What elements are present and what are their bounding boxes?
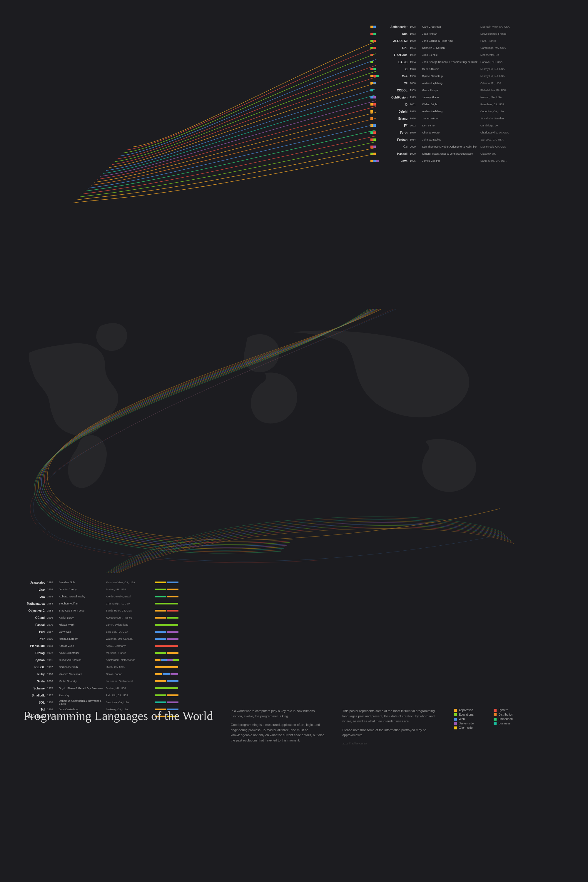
desc-right-p1: This poster represents some of the most … [342,708,436,724]
lang-row-bottom: Scheme1975Guy L. Steele & Gerald Jay Sus… [18,685,224,692]
legend-label: Distribution [498,713,513,716]
legend-color-square [494,709,496,712]
page-container: Actionscript1998Gary GrossmanMountain Vi… [0,0,588,882]
lang-row-top: BASIC1964John George Kemeny & Thomas Eug… [370,59,570,65]
lang-row-bottom: Perl1987Larry WallBlue Bell, PA, USA [18,628,224,635]
lang-row-top: APL1964Kenneth E. IversonCambridge, MA, … [370,45,570,51]
desc-left-p1: In a world where computers play a key ro… [231,708,325,719]
legend-color-square [494,722,496,725]
lang-row-top: AutoCode1952Alick GlennieManchester, UK [370,52,570,58]
legend-item: Web [454,717,488,721]
legend-label: Application [459,708,473,712]
legend-label: Web [459,717,465,721]
lang-row-top: ALGOL 601960John Backus & Peter NaurPari… [370,38,570,44]
lang-row-top: Forth1970Charles MooreCharlottesville, V… [370,129,570,136]
world-map [0,309,588,573]
lang-row-bottom: Ruby1993Yukihiro MatsumotoOsaka, Japan [18,671,224,677]
legend-label: Embedded [498,717,513,721]
lang-row-bottom: Lisp1958John McCarthyBoston, MA, USA [18,586,224,593]
legend-grid: ApplicationSystemEducationalDistribution… [454,708,527,729]
legend-item: Client-side [454,726,488,729]
copyright: 2012 © Julian Canak [342,741,436,746]
desc-right-p2: Please note that some of the information… [342,728,436,738]
lang-row-top: Fortran1954John W. BackusSan Jose, CA, U… [370,136,570,143]
lang-row-top: ColdFusion1995Jeremy AllaireNewton, MA, … [370,94,570,100]
lang-row-top: F#2002Don SymeCambridge, UK [370,122,570,129]
lang-row-top: Delphi1995Anders HejlsbergCupertino, CA,… [370,108,570,115]
lang-row-bottom: OCaml1996Xavier LeroyRocquencourt, Franc… [18,615,224,621]
page-title: Programming Languages of the World [24,708,213,723]
legend-color-square [454,709,457,712]
lang-row-top: Java1995James GoslingSanta Clara, CA, US… [370,158,570,164]
lang-row-bottom: Pascal1970Niklaus WirthZurich, Switzerla… [18,621,224,628]
legend-color-square [454,722,457,725]
lang-row-top: C++1980Bjarne StroustrupMurray Hill, NJ,… [370,73,570,80]
legend-label: System [498,708,508,712]
legend-item: Educational [454,713,488,716]
legend-item: Distribution [494,713,527,716]
legend-item: Embedded [494,717,527,721]
lang-row-top: Erlang1986Joe ArmstrongStockholm, Sweden [370,115,570,122]
lang-row-bottom: Scala2003Martin OderskyLausanne, Switzer… [18,678,224,684]
legend-label: Server-side [459,722,474,725]
top-section: Actionscript1998Gary GrossmanMountain Vi… [0,0,588,309]
lang-row-top: Haskell1990Simon Peyton Jones & Lennart … [370,150,570,157]
lang-row-bottom: Prolog1972Alain ColmerauerMarseille, Fra… [18,650,224,656]
legend-item: Business [494,722,527,725]
legend-label: Business [498,722,510,725]
legend-color-square [454,726,457,729]
legend-item: Server-side [454,722,488,725]
lang-row-top: Actionscript1998Gary GrossmanMountain Vi… [370,24,570,30]
lang-row-bottom: Python1991Guido van RossumAmsterdam, Net… [18,657,224,663]
legend-color-square [454,713,457,716]
map-section [0,309,588,573]
description-left: In a world where computers play a key ro… [231,708,325,743]
lang-row-top: Ada1983Jean IchbiahLouveciennes, France [370,31,570,37]
main-title: Programming Languages of the World [24,708,213,723]
legend-color-square [494,718,496,721]
lang-row-bottom: Lua1993Roberto IerusalimschyRio de Janei… [18,593,224,600]
lang-row-bottom: Mathematica1988Stephen WolframChampaign,… [18,600,224,607]
legend-color-square [494,713,496,716]
legend-label: Educational [459,713,474,716]
lang-row-top: D2001Walter BrightPasadena, CA, USA [370,101,570,108]
bottom-section: Javascript1995Brendan EichMountain View,… [0,573,588,691]
legend-item: System [494,708,527,712]
legend-label: Client-side [459,726,472,729]
lang-row-bottom: REBOL1997Carl SassenrathUkiah, CA, USA [18,664,224,670]
lang-row-bottom: Javascript1995Brendan EichMountain View,… [18,579,224,586]
legend-color-square [454,718,457,721]
legend-item: Application [454,708,488,712]
lang-row-top: COBOL1959Grace HopperPhiladelphia, PA, U… [370,87,570,93]
lang-row-top: Go2009Ken Thompson, Robert Griesemer & R… [370,144,570,150]
description-right: This poster represents some of the most … [342,708,436,746]
legend-section: ApplicationSystemEducationalDistribution… [454,708,527,729]
lang-row-top: C1973Dennis RitchieMurray Hill, NJ, USA [370,66,570,72]
lang-row-top: C#2000Anders HejlsbergOrlando, FL, USA [370,80,570,86]
lang-row-bottom: Objective-C1983Brad Cox & Tom LoveSandy … [18,608,224,614]
title-section: Programming Languages of the World In a … [0,691,588,758]
lang-row-bottom: PHP1995Rasmus LerdorfWaterloo, ON, Canad… [18,636,224,642]
lang-row-bottom: Plankalkül1943Konrad ZuseAllgäu, Germany [18,643,224,649]
language-list-right: Actionscript1998Gary GrossmanMountain Vi… [370,24,570,165]
desc-left-p2: Good programming is a measured applicati… [231,722,325,743]
